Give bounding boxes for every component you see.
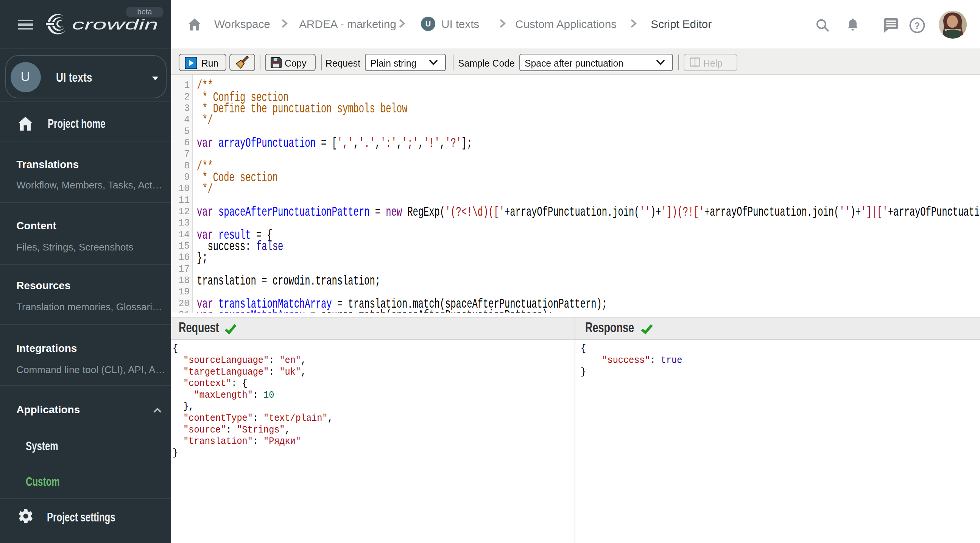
svg-text:?: ?: [915, 21, 920, 30]
svg-text:crowdin: crowdin: [72, 16, 158, 32]
